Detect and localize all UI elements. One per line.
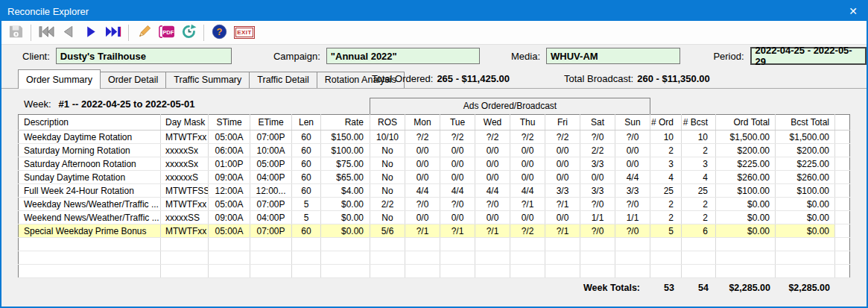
total-ordered-label: Total Ordered: xyxy=(372,73,433,84)
tab-strip: Order Summary Order Detail Traffic Summa… xyxy=(1,69,867,89)
previous-record-button[interactable] xyxy=(57,22,80,43)
table-cell: 0/0 xyxy=(405,171,440,184)
column-header[interactable]: ROS xyxy=(370,115,405,131)
next-record-button[interactable] xyxy=(80,22,102,43)
tab-traffic-detail[interactable]: Traffic Detail xyxy=(250,72,317,88)
campaign-label: Campaign: xyxy=(273,51,320,62)
total-ordered: Total Ordered:265 - $11,425.00 xyxy=(372,73,510,84)
table-cell xyxy=(716,238,776,251)
table-cell: 4/4 xyxy=(440,184,475,198)
column-header[interactable]: ETime xyxy=(250,115,292,131)
table-cell: 2/2 xyxy=(580,144,615,157)
column-header[interactable]: Sun xyxy=(615,115,650,131)
reconcile-explorer-window: Reconcile Explorer ✕ PDF ? xyxy=(0,0,868,308)
table-header-row: DescriptionDay MaskSTimeETimeLenRateROSM… xyxy=(19,115,850,131)
table-cell: 12:00A xyxy=(209,184,250,198)
table-cell: $100.00 xyxy=(716,184,776,198)
column-header[interactable]: Bcst Total xyxy=(776,115,835,131)
close-icon[interactable]: ✕ xyxy=(849,6,858,16)
week-label: Week: xyxy=(24,98,51,110)
table-row[interactable]: Weekday News/Weather/Traffic ...MTWTFxx0… xyxy=(19,198,850,211)
exit-button[interactable]: EXIT xyxy=(230,22,259,43)
table-row[interactable]: Weekday Daytime RotationMTWTFxx05:00A07:… xyxy=(19,131,850,144)
table-row[interactable]: Special Weekday Prime BonusMTWTFxx05:00A… xyxy=(19,224,850,238)
table-cell: ?/0 xyxy=(615,131,650,144)
pdf-export-button[interactable]: PDF xyxy=(155,22,177,43)
column-header[interactable]: Description xyxy=(19,115,161,131)
table-cell xyxy=(250,251,292,265)
table-cell xyxy=(475,265,510,278)
empty-table-row[interactable] xyxy=(19,251,850,265)
column-header[interactable]: STime xyxy=(209,115,250,131)
table-cell: 0/0 xyxy=(475,211,510,224)
column-header[interactable]: Sat xyxy=(580,115,615,131)
media-field[interactable]: WHUV-AM xyxy=(546,48,680,64)
table-cell: $0.00 xyxy=(321,224,370,238)
first-record-button[interactable] xyxy=(35,22,57,43)
column-header[interactable]: Mon xyxy=(405,115,440,131)
column-header[interactable]: # Ord xyxy=(650,115,682,131)
column-header[interactable]: Tue xyxy=(440,115,475,131)
table-cell: Sunday Daytime Rotation xyxy=(19,171,161,184)
first-record-icon xyxy=(38,25,55,41)
table-row[interactable]: Sunday Daytime RotationxxxxxxS09:00A04:0… xyxy=(19,171,850,184)
table-cell: 0/0 xyxy=(475,144,510,157)
table-cell: $4.00 xyxy=(321,184,370,198)
table-cell: Weekend News/Weather/Traffic ... xyxy=(19,211,161,224)
tab-traffic-summary[interactable]: Traffic Summary xyxy=(166,72,250,88)
table-cell xyxy=(716,265,776,278)
table-row[interactable]: Weekend News/Weather/Traffic ...xxxxxSS0… xyxy=(19,211,850,224)
toolbar-separator xyxy=(203,25,204,41)
table-cell xyxy=(776,238,835,251)
table-cell xyxy=(440,238,475,251)
column-header[interactable]: Ord Total xyxy=(716,115,776,131)
client-field[interactable]: Dusty's Trailhouse xyxy=(56,48,232,64)
campaign-field[interactable]: "Annual 2022" xyxy=(326,48,480,64)
period-field[interactable]: 2022-04-25 - 2022-05-29 xyxy=(750,47,867,65)
last-record-button[interactable] xyxy=(102,22,124,43)
table-cell: Special Weekday Prime Bonus xyxy=(19,224,161,238)
revert-history-button[interactable] xyxy=(177,22,200,43)
table-cell xyxy=(161,251,209,265)
table-cell: $75.00 xyxy=(321,157,370,171)
week-totals-table: Week Totals: 53 54 $2,285.00 $2,285.00 xyxy=(18,280,850,296)
table-cell xyxy=(209,265,250,278)
table-cell: 0/0 xyxy=(510,171,545,184)
table-cell: 3 xyxy=(682,157,716,171)
column-header[interactable]: Len xyxy=(292,115,321,131)
table-cell: No xyxy=(370,211,405,224)
table-cell xyxy=(440,265,475,278)
table-row[interactable]: Saturday Afternoon RotationxxxxxSx01:00P… xyxy=(19,157,850,171)
tab-order-detail[interactable]: Order Detail xyxy=(101,72,166,88)
table-row[interactable]: Full Week 24-Hour RotationMTWTFSS12:00A1… xyxy=(19,184,850,198)
table-cell xyxy=(835,224,850,238)
save-button[interactable] xyxy=(4,22,27,43)
order-summary-page: Week: #1 -- 2022-04-25 to 2022-05-01 Ads… xyxy=(1,89,867,296)
column-header[interactable]: Wed xyxy=(475,115,510,131)
table-cell xyxy=(835,144,850,157)
table-cell: xxxxxSS xyxy=(161,211,209,224)
column-header[interactable]: Day Mask xyxy=(161,115,209,131)
column-header[interactable]: Thu xyxy=(510,115,545,131)
table-cell: 3/3 xyxy=(615,184,650,198)
column-header[interactable]: Fri xyxy=(545,115,580,131)
week-totals-row: Week Totals: 53 54 $2,285.00 $2,285.00 xyxy=(18,280,850,296)
table-cell: $225.00 xyxy=(716,157,776,171)
table-cell: 0/0 xyxy=(580,171,615,184)
empty-table-row[interactable] xyxy=(19,265,850,278)
table-cell: $0.00 xyxy=(776,224,835,238)
table-cell xyxy=(835,198,850,211)
table-cell xyxy=(716,251,776,265)
help-button[interactable]: ? xyxy=(208,22,230,43)
table-row[interactable]: Saturday Morning RotationxxxxxSx06:00A10… xyxy=(19,144,850,157)
edit-button[interactable] xyxy=(133,22,155,43)
table-cell: 05:00A xyxy=(209,198,250,211)
empty-table-row[interactable] xyxy=(19,238,850,251)
table-cell: 6 xyxy=(682,224,716,238)
table-cell xyxy=(835,211,850,224)
table-cell: 0/0 xyxy=(545,211,580,224)
column-header[interactable]: # Bcst xyxy=(682,115,716,131)
column-header[interactable]: Rate xyxy=(321,115,370,131)
tab-order-summary[interactable]: Order Summary xyxy=(18,69,101,89)
table-cell xyxy=(405,265,440,278)
